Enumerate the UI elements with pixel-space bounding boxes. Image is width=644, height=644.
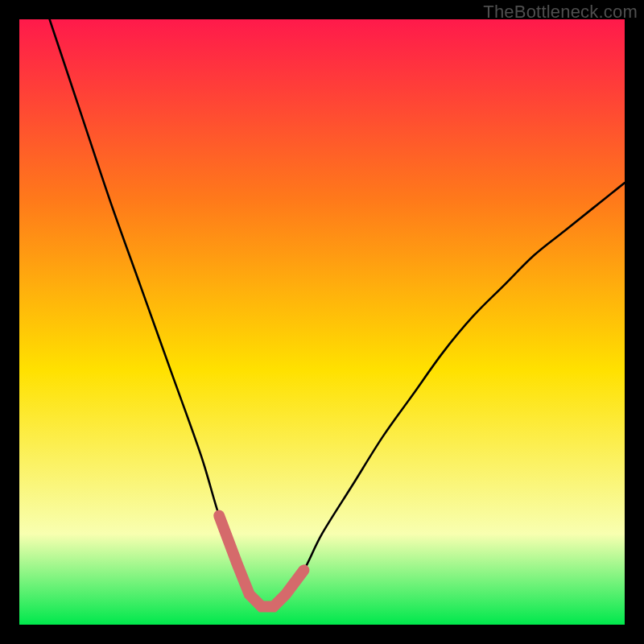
bottleneck-chart [19,19,625,625]
chart-frame [19,19,625,625]
watermark-text: TheBottleneck.com [483,2,638,23]
